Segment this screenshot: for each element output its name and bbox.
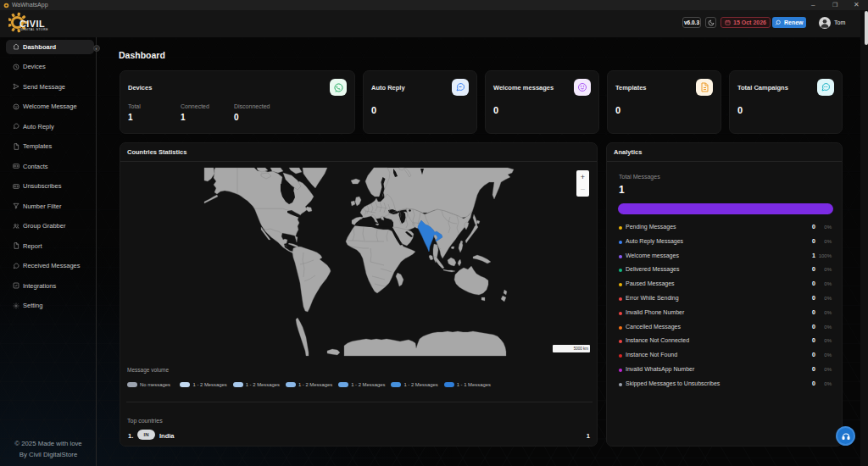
svg-text:DIGITAL STORE: DIGITAL STORE: [21, 28, 49, 31]
